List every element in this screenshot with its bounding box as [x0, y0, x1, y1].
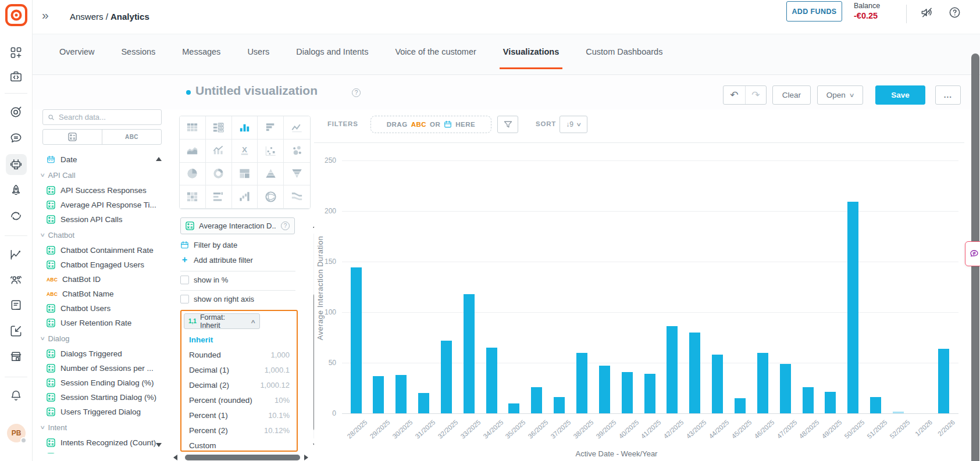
avatar[interactable]: PB: [7, 424, 26, 442]
sort-dropdown-button[interactable]: ↓9 ∨: [560, 116, 587, 133]
bar-46-2025[interactable]: [757, 353, 768, 413]
catalog-item-dialogs-triggered[interactable]: Dialogs Triggered: [37, 346, 166, 361]
chat-bubble-icon[interactable]: [6, 127, 27, 148]
filter-funnel-button[interactable]: [497, 116, 518, 133]
bar-45-2025[interactable]: [735, 398, 746, 413]
chart-type-waterfall-icon[interactable]: [232, 185, 258, 209]
hscroll-left-icon[interactable]: [173, 455, 177, 460]
catalog-group-chatbot[interactable]: ∨Chatbot: [37, 227, 166, 243]
catalog-item-users-triggered-dialog[interactable]: Users Triggered Dialog: [37, 405, 166, 419]
chart-type-sankey-icon[interactable]: [284, 185, 310, 209]
catalog-group-api-call[interactable]: ∨API Call: [37, 167, 166, 183]
show-in-percent-row[interactable]: show in %: [180, 273, 295, 287]
robot-icon[interactable]: [6, 154, 27, 175]
hscroll-right-icon[interactable]: [304, 455, 308, 460]
add-funds-button[interactable]: ADD FUNDS: [786, 1, 842, 22]
catalog-item-chatbot-users[interactable]: Chatbot Users: [37, 301, 166, 316]
feedback-chat-tab[interactable]: [965, 241, 980, 266]
undo-button[interactable]: ↶: [724, 86, 745, 104]
tab-voice-of-the-customer[interactable]: Voice of the customer: [395, 47, 476, 69]
catalog-item-date[interactable]: Date: [37, 152, 166, 167]
apps-add-icon[interactable]: [6, 42, 27, 63]
clear-button[interactable]: Clear: [772, 85, 811, 105]
tab-dialogs-and-intents[interactable]: Dialogs and Intents: [296, 47, 368, 69]
bar-44-2025[interactable]: [712, 355, 723, 413]
format-option-decimal-1[interactable]: Decimal (1)1,000.1: [181, 362, 297, 377]
chart-type-combo-icon[interactable]: [206, 140, 232, 163]
more-options-button[interactable]: ...: [935, 85, 961, 105]
swirl-icon[interactable]: [6, 205, 27, 226]
help-icon[interactable]: [946, 3, 963, 21]
format-option-percent-2[interactable]: Percent (2)10.12%: [181, 423, 297, 438]
chart-type-bubble-icon[interactable]: [284, 140, 310, 163]
bar-33-2025[interactable]: [464, 294, 475, 413]
horizontal-scrollbar-thumb[interactable]: [185, 455, 300, 460]
catalog-item-intents-recognized-count[interactable]: Intents Recognized (Count): [37, 435, 166, 450]
chart-type-line-icon[interactable]: [284, 116, 310, 140]
catalog-item-partial[interactable]: [37, 450, 166, 453]
bar-32-2025[interactable]: [441, 341, 452, 413]
chart-type-repeater-icon[interactable]: [206, 116, 232, 140]
chart-type-scatter-icon[interactable]: [258, 140, 284, 163]
tab-custom-dashboards[interactable]: Custom Dashboards: [586, 47, 662, 69]
show-on-right-axis-checkbox[interactable]: [180, 295, 189, 303]
chart-type-donut-icon[interactable]: [206, 163, 232, 186]
breadcrumb-prefix[interactable]: Answers /: [70, 12, 108, 22]
bar-29-2025[interactable]: [373, 376, 384, 413]
metric-help-icon[interactable]: ?: [281, 221, 290, 230]
catalog-scroll-up-icon[interactable]: [156, 157, 162, 161]
add-attribute-filter[interactable]: + Add attribute filter: [180, 253, 295, 267]
show-in-percent-checkbox[interactable]: [180, 276, 189, 284]
bar-50-2025[interactable]: [847, 202, 858, 413]
format-option-inherit[interactable]: Inherit: [181, 332, 297, 347]
filter-drop-zone[interactable]: DRAG ABC OR HERE: [370, 116, 491, 133]
format-dropdown-button[interactable]: 1,1 Format: Inherit ∧: [184, 313, 260, 329]
catalog-item-number-of-sessions-per[interactable]: Number of Sessions per ...: [37, 361, 166, 376]
catalog-item-chatbot-name[interactable]: ABCChatBot Name: [37, 287, 166, 301]
bar-48-2025[interactable]: [803, 387, 814, 413]
show-on-right-axis-row[interactable]: show on right axis: [180, 292, 295, 306]
bell-icon[interactable]: [6, 385, 27, 406]
tab-sessions[interactable]: Sessions: [121, 47, 155, 69]
bar-51-2025[interactable]: [870, 397, 881, 413]
bar-34-2025[interactable]: [486, 348, 497, 413]
app-logo[interactable]: [5, 4, 27, 26]
filter-by-date[interactable]: Filter by date: [180, 238, 295, 252]
catalog-group-intent[interactable]: ∨Intent: [37, 419, 166, 435]
catalog-item-chatbot-containment-rate[interactable]: Chatbot Containment Rate: [37, 243, 166, 258]
trend-chart-icon[interactable]: [6, 244, 27, 265]
format-option-percent-1[interactable]: Percent (1)10.1%: [181, 408, 297, 423]
catalog-item-chatbot-engaged-users[interactable]: Chatbot Engaged Users: [37, 258, 166, 272]
chart-type-funnel-icon[interactable]: [284, 163, 310, 186]
metric-item[interactable]: Average Interaction D... ?: [180, 217, 295, 234]
bar-43-2025[interactable]: [689, 333, 700, 413]
chart-type-bar-icon[interactable]: [258, 116, 284, 140]
catalog-item-session-api-calls[interactable]: Session API Calls: [37, 212, 166, 227]
catalog-item-session-ending-dialog[interactable]: Session Ending Dialog (%): [37, 376, 166, 390]
chart-type-table-icon[interactable]: [180, 116, 206, 140]
bar-52-2025[interactable]: [893, 412, 904, 413]
chart-type-bullet-icon[interactable]: [206, 185, 232, 209]
bar-38-2025[interactable]: [576, 353, 587, 413]
bar-47-2025[interactable]: [780, 364, 791, 413]
chart-type-treemap-icon[interactable]: [232, 163, 258, 186]
catalog-item-user-retention-rate[interactable]: User Retention Rate: [37, 316, 166, 330]
chart-type-pie-icon[interactable]: [180, 163, 206, 186]
catalog-scroll-down-icon[interactable]: [156, 443, 162, 447]
chart-type-column-icon[interactable]: [232, 116, 258, 140]
chart-type-pyramid-icon[interactable]: [258, 163, 284, 186]
bar-28-2025[interactable]: [351, 267, 362, 413]
bar-42-2025[interactable]: [667, 326, 678, 413]
tab-overview[interactable]: Overview: [59, 47, 94, 69]
format-option-custom[interactable]: Custom: [181, 438, 297, 453]
bar-39-2025[interactable]: [599, 366, 610, 413]
tab-messages[interactable]: Messages: [182, 47, 220, 69]
visualization-title[interactable]: Untitled visualization: [195, 84, 318, 98]
bar-36-2025[interactable]: [531, 387, 542, 413]
save-button[interactable]: Save: [875, 85, 925, 105]
bar-30-2025[interactable]: [395, 375, 407, 413]
format-option-decimal-2[interactable]: Decimal (2)1,000.12: [181, 377, 297, 392]
catalog-item-session-starting-dialog[interactable]: Session Starting Dialog (%): [37, 390, 166, 405]
people-icon[interactable]: [6, 269, 27, 290]
bar-31-2025[interactable]: [418, 393, 429, 413]
